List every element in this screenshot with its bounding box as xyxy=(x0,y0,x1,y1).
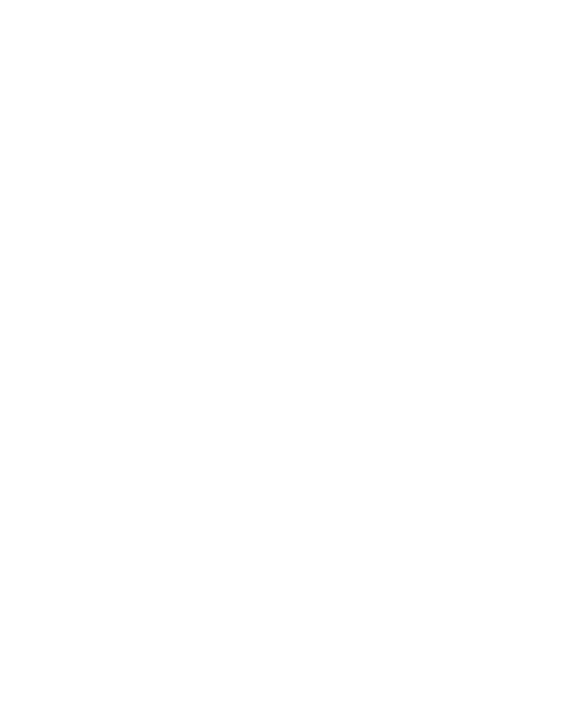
page: – Port Config RLP 0 Port 6 Port Type : N… xyxy=(0,0,562,35)
